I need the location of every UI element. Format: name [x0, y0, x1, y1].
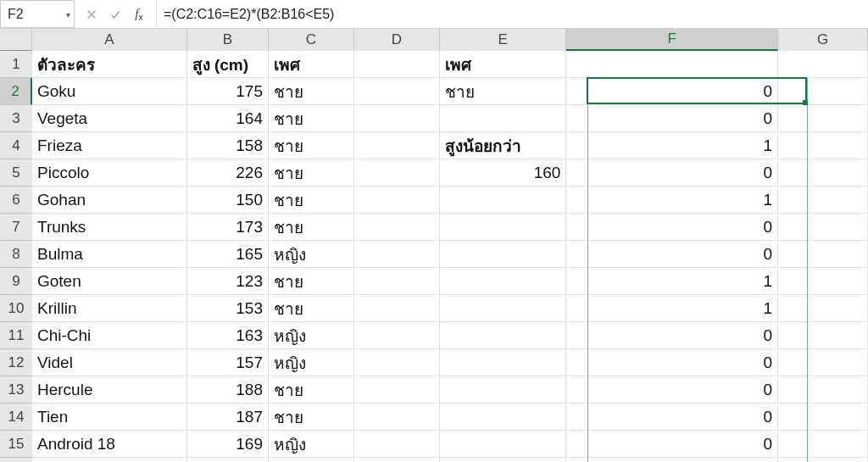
cell-F1[interactable] — [566, 51, 778, 78]
row-header-9[interactable]: 9 — [0, 268, 32, 295]
cell-E8[interactable] — [440, 241, 566, 268]
cell-B11[interactable]: 163 — [187, 322, 269, 349]
cell-G15[interactable] — [778, 431, 868, 458]
cell-E15[interactable] — [440, 431, 566, 458]
cell-B6[interactable]: 150 — [187, 186, 269, 214]
cell-B7[interactable]: 173 — [187, 214, 269, 241]
cell-B13[interactable]: 188 — [187, 376, 269, 404]
cell-A5[interactable]: Piccolo — [32, 159, 187, 186]
cell-E10[interactable] — [440, 295, 566, 322]
cell-A11[interactable]: Chi-Chi — [32, 322, 187, 349]
cell-C15[interactable]: หญิง — [269, 431, 354, 458]
cell-B12[interactable]: 157 — [187, 349, 269, 376]
cell-G4[interactable] — [778, 132, 868, 159]
cell-F9[interactable]: 1 — [566, 268, 778, 295]
row-header-5[interactable]: 5 — [0, 159, 32, 186]
cell-G16[interactable] — [778, 458, 868, 462]
cell-D15[interactable] — [354, 431, 440, 458]
cell-E14[interactable] — [440, 404, 566, 431]
cell-F5[interactable]: 0 — [566, 159, 778, 186]
row-header-2[interactable]: 2 — [0, 78, 32, 105]
cell-E7[interactable] — [440, 214, 566, 241]
cell-A4[interactable]: Frieza — [32, 132, 187, 159]
cell-G10[interactable] — [778, 295, 868, 322]
cell-F13[interactable]: 0 — [566, 376, 778, 404]
cell-G3[interactable] — [778, 105, 868, 132]
column-header-C[interactable]: C — [269, 29, 354, 51]
cell-A1[interactable]: ตัวละคร — [32, 51, 187, 78]
cell-E9[interactable] — [440, 268, 566, 295]
cell-C12[interactable]: หญิง — [269, 349, 354, 376]
cell-B4[interactable]: 158 — [187, 132, 269, 159]
column-header-G[interactable]: G — [778, 29, 868, 51]
cell-C3[interactable]: ชาย — [269, 105, 354, 132]
cell-F16[interactable]: 0 — [566, 458, 778, 462]
formula-input[interactable]: =(C2:C16=E2)*(B2:B16<E5) — [157, 0, 868, 28]
cell-D12[interactable] — [354, 349, 440, 376]
column-header-E[interactable]: E — [440, 29, 566, 51]
cell-D11[interactable] — [354, 322, 440, 349]
select-all-corner[interactable] — [0, 29, 32, 51]
cell-G7[interactable] — [778, 214, 868, 241]
column-header-A[interactable]: A — [32, 29, 187, 51]
cell-A9[interactable]: Goten — [32, 268, 187, 295]
cell-B3[interactable]: 164 — [187, 105, 269, 132]
cell-E1[interactable]: เพศ — [440, 51, 566, 78]
cell-G13[interactable] — [778, 376, 868, 404]
cell-A15[interactable]: Android 18 — [32, 431, 187, 458]
cell-C16[interactable]: ชาย — [269, 458, 354, 462]
cells-area[interactable]: ตัวละครสูง (cm)เพศเพศGoku175ชายชาย0Veget… — [32, 51, 868, 462]
cell-C13[interactable]: ชาย — [269, 376, 354, 404]
row-header-11[interactable]: 11 — [0, 322, 32, 349]
cell-C5[interactable]: ชาย — [269, 159, 354, 186]
fx-icon[interactable]: fx — [127, 3, 151, 26]
chevron-down-icon[interactable]: ▾ — [66, 9, 70, 19]
cell-C2[interactable]: ชาย — [269, 78, 354, 105]
cell-C14[interactable]: ชาย — [269, 404, 354, 431]
cell-D9[interactable] — [354, 268, 440, 295]
cell-B10[interactable]: 153 — [187, 295, 269, 322]
cell-D8[interactable] — [354, 241, 440, 268]
cell-E6[interactable] — [440, 186, 566, 214]
cell-B1[interactable]: สูง (cm) — [187, 51, 269, 78]
row-header-6[interactable]: 6 — [0, 186, 32, 214]
cell-G1[interactable] — [778, 51, 868, 78]
cell-A13[interactable]: Hercule — [32, 376, 187, 404]
row-header-4[interactable]: 4 — [0, 132, 32, 159]
cell-B16[interactable]: 170 — [187, 458, 269, 462]
row-header-16[interactable]: 16 — [0, 458, 32, 462]
cell-A3[interactable]: Vegeta — [32, 105, 187, 132]
cell-G9[interactable] — [778, 268, 868, 295]
cancel-icon[interactable] — [80, 3, 103, 26]
row-header-12[interactable]: 12 — [0, 349, 32, 376]
row-header-7[interactable]: 7 — [0, 214, 32, 241]
row-header-8[interactable]: 8 — [0, 241, 32, 268]
row-header-1[interactable]: 1 — [0, 51, 32, 78]
row-header-10[interactable]: 10 — [0, 295, 32, 322]
cell-F14[interactable]: 0 — [566, 404, 778, 431]
cell-A12[interactable]: Videl — [32, 349, 187, 376]
cell-B15[interactable]: 169 — [187, 431, 269, 458]
cell-C10[interactable]: ชาย — [269, 295, 354, 322]
cell-G8[interactable] — [778, 241, 868, 268]
cell-A16[interactable]: Android 17 — [32, 458, 187, 462]
cell-E5[interactable]: 160 — [440, 159, 566, 186]
cell-G2[interactable] — [778, 78, 868, 105]
cell-F8[interactable]: 0 — [566, 241, 778, 268]
cell-D7[interactable] — [354, 214, 440, 241]
cell-C11[interactable]: หญิง — [269, 322, 354, 349]
cell-C6[interactable]: ชาย — [269, 186, 354, 214]
cell-G6[interactable] — [778, 186, 868, 214]
cell-B9[interactable]: 123 — [187, 268, 269, 295]
cell-A8[interactable]: Bulma — [32, 241, 187, 268]
cell-D14[interactable] — [354, 404, 440, 431]
cell-A10[interactable]: Krillin — [32, 295, 187, 322]
cell-E16[interactable] — [440, 458, 566, 462]
cell-G5[interactable] — [778, 159, 868, 186]
cell-F4[interactable]: 1 — [566, 132, 778, 159]
cell-C9[interactable]: ชาย — [269, 268, 354, 295]
cell-F2[interactable]: 0 — [566, 78, 778, 105]
cell-C8[interactable]: หญิง — [269, 241, 354, 268]
cell-G14[interactable] — [778, 404, 868, 431]
cell-D13[interactable] — [354, 376, 440, 404]
